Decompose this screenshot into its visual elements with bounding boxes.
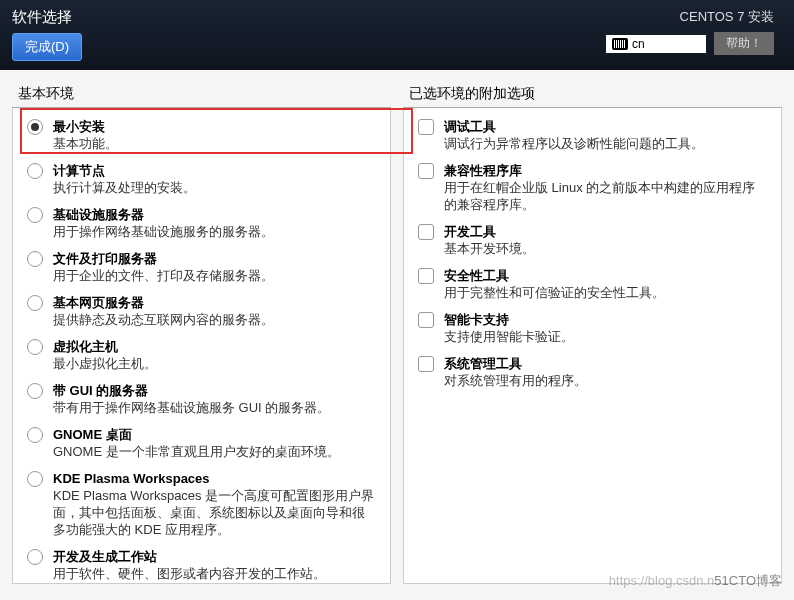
addon-desc: 用于完整性和可信验证的安全性工具。 — [444, 284, 767, 301]
env-option[interactable]: 带 GUI 的服务器带有用于操作网络基础设施服务 GUI 的服务器。 — [27, 382, 376, 416]
addon-option[interactable]: 智能卡支持支持使用智能卡验证。 — [418, 311, 767, 345]
addon-desc: 调试行为异常程序以及诊断性能问题的工具。 — [444, 135, 767, 152]
checkbox-icon — [418, 312, 434, 328]
env-desc: 用于企业的文件、打印及存储服务器。 — [53, 267, 376, 284]
content-area: 基本环境 最小安装基本功能。计算节点执行计算及处理的安装。基础设施服务器用于操作… — [0, 70, 794, 600]
env-title: 开发及生成工作站 — [53, 548, 376, 565]
env-desc: 基本功能。 — [53, 135, 376, 152]
addon-option[interactable]: 系统管理工具对系统管理有用的程序。 — [418, 355, 767, 389]
env-desc: GNOME 是一个非常直观且用户友好的桌面环境。 — [53, 443, 376, 460]
radio-icon — [27, 339, 43, 355]
addon-desc: 用于在红帽企业版 Linux 的之前版本中构建的应用程序的兼容程序库。 — [444, 179, 767, 213]
radio-icon — [27, 119, 43, 135]
radio-icon — [27, 549, 43, 565]
env-desc: 提供静态及动态互联网内容的服务器。 — [53, 311, 376, 328]
env-option[interactable]: 计算节点执行计算及处理的安装。 — [27, 162, 376, 196]
radio-icon — [27, 295, 43, 311]
addons-panel: 已选环境的附加选项 调试工具调试行为异常程序以及诊断性能问题的工具。兼容性程序库… — [403, 86, 782, 584]
radio-icon — [27, 251, 43, 267]
env-title: GNOME 桌面 — [53, 426, 376, 443]
checkbox-icon — [418, 224, 434, 240]
addon-title: 调试工具 — [444, 118, 767, 135]
header-bar: 软件选择 完成(D) CENTOS 7 安装 cn 帮助！ — [0, 0, 794, 70]
keyboard-icon — [612, 38, 628, 50]
done-button[interactable]: 完成(D) — [12, 33, 82, 61]
checkbox-icon — [418, 356, 434, 372]
addon-title: 智能卡支持 — [444, 311, 767, 328]
addon-desc: 支持使用智能卡验证。 — [444, 328, 767, 345]
lang-code: cn — [632, 37, 645, 51]
env-desc: 最小虚拟化主机。 — [53, 355, 376, 372]
help-button[interactable]: 帮助！ — [714, 32, 774, 55]
env-title: 文件及打印服务器 — [53, 250, 376, 267]
env-desc: 带有用于操作网络基础设施服务 GUI 的服务器。 — [53, 399, 376, 416]
base-environment-panel: 基本环境 最小安装基本功能。计算节点执行计算及处理的安装。基础设施服务器用于操作… — [12, 86, 391, 584]
env-option[interactable]: 开发及生成工作站用于软件、硬件、图形或者内容开发的工作站。 — [27, 548, 376, 582]
radio-icon — [27, 207, 43, 223]
env-title: 带 GUI 的服务器 — [53, 382, 376, 399]
env-title: KDE Plasma Workspaces — [53, 470, 376, 487]
watermark: https://blog.csdn.n51CTO博客 — [609, 572, 782, 590]
env-option[interactable]: 基本网页服务器提供静态及动态互联网内容的服务器。 — [27, 294, 376, 328]
addon-desc: 对系统管理有用的程序。 — [444, 372, 767, 389]
env-title: 基本网页服务器 — [53, 294, 376, 311]
base-env-heading: 基本环境 — [12, 85, 391, 108]
env-desc: 用于软件、硬件、图形或者内容开发的工作站。 — [53, 565, 376, 582]
env-title: 虚拟化主机 — [53, 338, 376, 355]
env-option[interactable]: 虚拟化主机最小虚拟化主机。 — [27, 338, 376, 372]
env-desc: 用于操作网络基础设施服务的服务器。 — [53, 223, 376, 240]
base-env-list: 最小安装基本功能。计算节点执行计算及处理的安装。基础设施服务器用于操作网络基础设… — [13, 108, 390, 583]
radio-icon — [27, 471, 43, 487]
addon-option[interactable]: 安全性工具用于完整性和可信验证的安全性工具。 — [418, 267, 767, 301]
radio-icon — [27, 163, 43, 179]
env-option[interactable]: KDE Plasma WorkspacesKDE Plasma Workspac… — [27, 470, 376, 538]
install-title: CENTOS 7 安装 — [680, 8, 774, 26]
addon-option[interactable]: 开发工具基本开发环境。 — [418, 223, 767, 257]
env-title: 基础设施服务器 — [53, 206, 376, 223]
radio-icon — [27, 383, 43, 399]
page-title: 软件选择 — [12, 8, 82, 27]
checkbox-icon — [418, 268, 434, 284]
addon-title: 安全性工具 — [444, 267, 767, 284]
radio-icon — [27, 427, 43, 443]
env-desc: 执行计算及处理的安装。 — [53, 179, 376, 196]
keyboard-layout-indicator[interactable]: cn — [606, 35, 706, 53]
env-option[interactable]: 基础设施服务器用于操作网络基础设施服务的服务器。 — [27, 206, 376, 240]
env-option[interactable]: 文件及打印服务器用于企业的文件、打印及存储服务器。 — [27, 250, 376, 284]
addon-option[interactable]: 兼容性程序库用于在红帽企业版 Linux 的之前版本中构建的应用程序的兼容程序库… — [418, 162, 767, 213]
addon-title: 开发工具 — [444, 223, 767, 240]
env-title: 计算节点 — [53, 162, 376, 179]
addon-title: 系统管理工具 — [444, 355, 767, 372]
addon-option[interactable]: 调试工具调试行为异常程序以及诊断性能问题的工具。 — [418, 118, 767, 152]
env-desc: KDE Plasma Workspaces 是一个高度可配置图形用户界面，其中包… — [53, 487, 376, 538]
addons-list: 调试工具调试行为异常程序以及诊断性能问题的工具。兼容性程序库用于在红帽企业版 L… — [404, 108, 781, 583]
addons-heading: 已选环境的附加选项 — [403, 85, 782, 108]
env-title: 最小安装 — [53, 118, 376, 135]
checkbox-icon — [418, 163, 434, 179]
checkbox-icon — [418, 119, 434, 135]
addon-desc: 基本开发环境。 — [444, 240, 767, 257]
env-option[interactable]: 最小安装基本功能。 — [27, 118, 376, 152]
env-option[interactable]: GNOME 桌面GNOME 是一个非常直观且用户友好的桌面环境。 — [27, 426, 376, 460]
addon-title: 兼容性程序库 — [444, 162, 767, 179]
